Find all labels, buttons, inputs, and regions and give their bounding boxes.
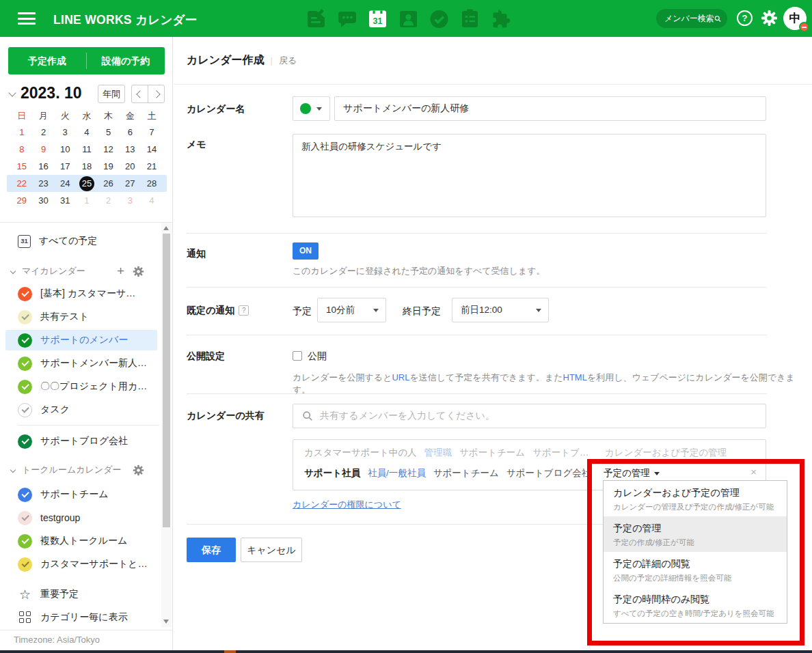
hamburger-menu-icon[interactable] [18,12,36,25]
calendar-day[interactable]: 3 [54,124,76,141]
calendar-day[interactable]: 20 [119,158,141,175]
default-notify-label: 既定の通知? [187,305,249,317]
calendar-list-item[interactable]: ✓ サポートメンバー新人… [0,353,159,374]
calendar-day[interactable]: 2 [33,124,55,141]
help-tooltip-icon[interactable]: ? [239,305,249,316]
done-icon[interactable] [429,8,450,29]
event-notify-select[interactable]: 10分前 [317,298,386,322]
calendar-day[interactable]: 21 [141,158,163,175]
calendar-day[interactable]: 1 [11,124,33,141]
calendar-day[interactable]: 29 [11,192,33,209]
sidebar-item-all-events[interactable]: 31 すべての予定 [0,231,159,251]
calendar-list-item[interactable]: ✓ タスク [0,400,159,420]
notify-toggle[interactable]: ON [293,242,319,260]
calendar-list-item[interactable]: ✓ 〇〇プロジェクト用カ… [0,376,159,397]
scrollbar-thumb[interactable] [163,234,170,527]
month-title[interactable]: 2023. 10 [21,84,82,102]
calendar-day[interactable]: 17 [54,158,76,175]
page-title: カレンダー作成 [187,53,265,68]
calendar-list-item[interactable]: ✓ 共有テスト [0,307,159,327]
settings-icon[interactable] [761,10,778,27]
calendar-day[interactable]: 8 [11,141,33,158]
calendar-check-icon: ✓ [18,488,32,502]
sidebar-item-category-view[interactable]: カテゴリー毎に表示 [0,607,159,628]
calendar-day[interactable]: 10 [54,141,76,158]
calendar-day[interactable]: 19 [98,158,120,175]
calendar-name-input[interactable]: サポートメンバーの新人研修 [334,96,766,121]
calendar-list-item[interactable]: ✓ サポートチーム [0,484,159,505]
calendar-list-item[interactable]: ✓ サポートブログ会社 [0,431,159,451]
calendar-day[interactable]: 5 [98,124,120,141]
sidebar-item-important[interactable]: ☆ 重要予定 [0,584,159,605]
allday-notify-select[interactable]: 前日12:00 [452,298,549,322]
create-event-button[interactable]: 予定作成 [8,47,86,74]
calendar-color-select[interactable] [293,96,330,121]
back-link[interactable]: 戻る [279,55,297,67]
calendar-day[interactable]: 9 [33,141,55,158]
calendar-day[interactable]: 13 [119,141,141,158]
add-calendar-icon[interactable]: + [117,266,124,277]
apps-icon[interactable] [490,8,511,29]
calendar-icon[interactable]: 31 [367,8,388,29]
mini-calendar: 日月火水木金土 12345678910111213141516171819202… [11,109,163,209]
member-search-input[interactable]: メンバー検索 [656,9,727,28]
calendar-list-item[interactable]: ✓ 複数人トークルーム [0,531,159,551]
tasks-icon[interactable] [459,8,481,29]
scroll-up-icon[interactable] [163,226,169,230]
calendar-day[interactable]: 11 [76,141,98,158]
next-month-button[interactable] [148,85,164,102]
calendar-day[interactable]: 6 [119,124,141,141]
prev-month-button[interactable] [132,85,148,102]
annotation-highlight-box [587,459,804,645]
calendar-day[interactable]: 7 [141,124,163,141]
calendar-list-item-selected[interactable]: ✓ サポートのメンバー [5,330,157,350]
calendar-day[interactable]: 28 [141,175,163,192]
calendar-day[interactable]: 31 [54,192,76,209]
calendar-day[interactable]: 26 [98,175,120,192]
share-member-input[interactable]: 共有するメンバーを入力してください。 [293,404,766,428]
calendar-day[interactable]: 22 [11,175,33,192]
talkroom-calendar-header[interactable]: トークルームカレンダー [11,461,159,479]
month-collapse-icon[interactable] [8,89,16,96]
member-row: サポート社員社員/一般社員サポートチームサポートブログ会社 予定の管理 [304,467,598,480]
sidebar-scrollbar[interactable] [161,223,172,627]
calendar-list-item[interactable]: ✓ testgroup [0,508,159,528]
talkroom-settings-icon[interactable] [133,464,144,476]
calendar-day[interactable]: 14 [141,141,163,158]
message-icon[interactable] [336,8,357,29]
contacts-icon[interactable] [398,8,419,29]
calendar-day[interactable]: 15 [11,158,33,175]
calendar-day[interactable]: 23 [33,175,55,192]
scroll-down-icon[interactable] [163,620,169,624]
calendar-day[interactable]: 30 [33,192,55,209]
calendar-day[interactable]: 2 [98,192,120,209]
memo-textarea[interactable]: 新入社員の研修スケジュールです [293,134,766,217]
member-link[interactable]: 社員/一般社員 [368,468,426,478]
calendar-day[interactable]: 4 [141,192,163,209]
public-checkbox[interactable] [293,351,302,361]
permission-info-link[interactable]: カレンダーの権限について [293,499,401,511]
calendar-list-item[interactable]: ✓ カスタマーサポートと… [0,554,159,574]
calendar-day[interactable]: 27 [119,175,141,192]
my-calendar-settings-icon[interactable] [133,266,144,277]
year-view-button[interactable]: 年間 [98,85,125,103]
calendar-day[interactable]: 24 [54,175,76,192]
status-badge [799,22,809,32]
cancel-button[interactable]: キャンセル [241,538,302,562]
html-link[interactable]: HTML [563,372,587,383]
calendar-day-selected[interactable]: 25 [76,175,98,192]
calendar-day[interactable]: 1 [76,192,98,209]
calendar-day[interactable]: 16 [33,158,55,175]
calendar-list-item[interactable]: ✓ [基本] カスタマーサ… [0,283,159,304]
board-icon[interactable] [306,8,327,29]
url-link[interactable]: URL [392,372,409,383]
facility-reserve-button[interactable]: 設備の予約 [87,47,165,74]
avatar[interactable]: 中 [783,7,807,30]
save-button[interactable]: 保存 [187,538,236,562]
help-icon[interactable]: ? [737,10,753,26]
calendar-day[interactable]: 4 [76,124,98,141]
calendar-day[interactable]: 18 [76,158,98,175]
calendar-day[interactable]: 3 [119,192,141,209]
calendar-day[interactable]: 12 [98,141,120,158]
my-calendar-header[interactable]: マイカレンダー + [11,262,159,280]
